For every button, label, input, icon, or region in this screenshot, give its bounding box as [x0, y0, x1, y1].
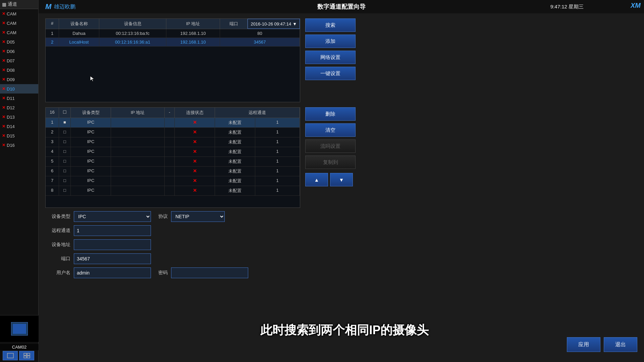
delete-button[interactable]: 删除: [305, 107, 356, 121]
dropdown-icon: ▼: [292, 21, 297, 26]
search-td-num-0: 1: [46, 29, 59, 38]
search-row-0[interactable]: 1 Dahua 00:12:13:16:ba:fc 192.168.1.10 8…: [46, 29, 300, 38]
channel-row-5[interactable]: 6 □ IPC ✕ 未配置 1: [46, 167, 300, 176]
ch-td-num-7: 8: [46, 186, 59, 195]
cam-label: CAM02: [0, 344, 39, 350]
clear-button[interactable]: 清空: [305, 123, 356, 137]
search-row-1[interactable]: 2 LocalHost 00:12:16:16:36:a1 192.168.1.…: [46, 38, 300, 47]
down-button[interactable]: ▼: [330, 173, 353, 186]
onekey-button[interactable]: 一键设置: [305, 67, 356, 80]
up-button[interactable]: ▲: [305, 173, 328, 186]
ch-td-status-2: ✕: [175, 137, 215, 147]
remote-ch-input[interactable]: [74, 225, 151, 236]
ch-td-status-5: ✕: [175, 167, 215, 176]
cam-btn-2[interactable]: [19, 351, 34, 360]
cam-btn-1[interactable]: [3, 351, 18, 360]
ch-td-remote-5: 1: [255, 167, 300, 176]
form-area: 设备类型 IPC 协议 NETIP 远程通道 设备地址 端口: [45, 211, 300, 282]
sidebar-item-d16-14[interactable]: ✕D16: [0, 140, 38, 150]
channel-row-4[interactable]: 5 □ IPC ✕ 未配置 1: [46, 157, 300, 167]
x-icon-13: ✕: [2, 133, 5, 138]
ch-td-ip-7: [111, 186, 165, 195]
channel-table-header: 16 ☐ 设备类型 IP 地址 - 连接状态 远程通道: [46, 108, 300, 118]
sidebar-item-d05-3[interactable]: ✕D05: [0, 37, 38, 47]
ch-td-check-4[interactable]: □: [59, 157, 71, 166]
sidebar-item-d13-11[interactable]: ✕D13: [0, 112, 38, 122]
search-td-port-0: 80: [220, 29, 300, 38]
ch-td-num-0: 1: [46, 118, 59, 127]
sidebar-item-d07-5[interactable]: ✕D07: [0, 56, 38, 65]
ch-td-check-5[interactable]: □: [59, 167, 71, 176]
channel-row-1[interactable]: 2 □ IPC ✕ 未配置 1: [46, 128, 300, 137]
status-x-7: ✕: [193, 188, 197, 193]
address-input[interactable]: [74, 239, 151, 250]
sidebar-item-cam-1[interactable]: ✕CAM: [0, 18, 38, 28]
password-input[interactable]: [171, 267, 248, 278]
apply-button[interactable]: 应用: [567, 337, 600, 352]
x-icon-8: ✕: [2, 86, 5, 91]
col-check-all[interactable]: ☐: [59, 108, 71, 118]
ch-td-check-1[interactable]: □: [59, 128, 71, 137]
ch-td-ip-6: [111, 176, 165, 186]
ch-td-remote-6: 1: [255, 176, 300, 186]
x-icon-14: ✕: [2, 143, 5, 147]
password-label: 密码: [154, 270, 168, 276]
sidebar-label-11: D13: [7, 115, 15, 120]
ch-td-check-6[interactable]: □: [59, 176, 71, 186]
ch-td-num-6: 7: [46, 176, 59, 186]
sidebar-title: 通道: [8, 1, 17, 7]
network-button[interactable]: 网络设置: [305, 51, 356, 64]
x-icon-11: ✕: [2, 115, 5, 119]
search-table-header: # 设备名称 设备信息 IP 地址 端口 2016-10-26 09:47:14…: [46, 19, 300, 29]
nav-buttons: ▲ ▼: [305, 173, 356, 186]
sidebar-item-d14-12[interactable]: ✕D14: [0, 122, 38, 131]
search-button[interactable]: 搜索: [305, 18, 356, 32]
right-buttons-bottom: 删除 清空 流吗设置 复制到 ▲ ▼: [305, 107, 356, 186]
channel-row-6[interactable]: 7 □ IPC ✕ 未配置 1: [46, 176, 300, 186]
col-sep: -: [165, 108, 175, 118]
sidebar-item-d11-9[interactable]: ✕D11: [0, 94, 38, 103]
svg-rect-0: [7, 353, 13, 358]
ch-td-sep-2: [165, 137, 175, 147]
sidebar-item-d10-8[interactable]: ✕D10: [0, 84, 38, 94]
exit-button[interactable]: 退出: [604, 337, 637, 352]
sidebar-item-cam-0[interactable]: ✕CAM: [0, 9, 38, 18]
col-remote-ch: 远程通道: [215, 108, 300, 118]
sidebar-item-d12-10[interactable]: ✕D12: [0, 103, 38, 112]
ch-td-check-3[interactable]: □: [59, 147, 71, 157]
channel-row-3[interactable]: 4 □ IPC ✕ 未配置 1: [46, 147, 300, 157]
status-x-3: ✕: [193, 149, 197, 154]
add-button[interactable]: 添加: [305, 35, 356, 48]
ch-td-remote-2: 1: [255, 137, 300, 147]
sidebar-item-d06-4[interactable]: ✕D06: [0, 47, 38, 56]
x-icon-12: ✕: [2, 124, 5, 129]
sidebar-item-d09-7[interactable]: ✕D09: [0, 75, 38, 84]
sidebar-item-d08-6[interactable]: ✕D08: [0, 65, 38, 75]
search-td-ip-0: 192.168.1.10: [166, 29, 220, 38]
channel-row-2[interactable]: 3 □ IPC ✕ 未配置 1: [46, 137, 300, 147]
ch-td-sep-5: [165, 167, 175, 176]
protocol-select[interactable]: NETIP: [171, 211, 225, 222]
sidebar-item-d15-13[interactable]: ✕D15: [0, 131, 38, 140]
date-selector[interactable]: 2016-10-26 09:47:14 ▼: [248, 19, 300, 29]
channel-row-7[interactable]: 8 □ IPC ✕ 未配置 1: [46, 186, 300, 196]
ch-td-type-1: IPC: [71, 128, 111, 137]
ch-td-ip-3: [111, 147, 165, 157]
port-input[interactable]: [74, 253, 151, 264]
ch-td-check-0[interactable]: ■: [59, 118, 71, 127]
username-input[interactable]: [74, 267, 151, 278]
ch-td-check-2[interactable]: □: [59, 137, 71, 147]
ch-td-num-2: 3: [46, 137, 59, 147]
channel-row-0[interactable]: 1 ■ IPC ✕ 未配置 1: [46, 118, 300, 128]
device-type-select[interactable]: IPC: [74, 211, 151, 222]
search-td-name-1: LocalHost: [59, 38, 99, 46]
sidebar-item-cam-2[interactable]: ✕CAM: [0, 28, 38, 37]
ch-td-unconfigured-0: 未配置: [215, 118, 255, 127]
bottom-actions: 应用 退出: [567, 337, 637, 352]
remote-ch-label: 远程通道: [45, 228, 70, 234]
port-row: 端口: [45, 253, 300, 264]
ch-td-status-6: ✕: [175, 176, 215, 186]
sidebar-items: ✕CAM✕CAM✕CAM✕D05✕D06✕D07✕D08✕D09✕D10✕D11…: [0, 9, 38, 150]
ch-td-check-7[interactable]: □: [59, 186, 71, 195]
ch-td-sep-7: [165, 186, 175, 195]
